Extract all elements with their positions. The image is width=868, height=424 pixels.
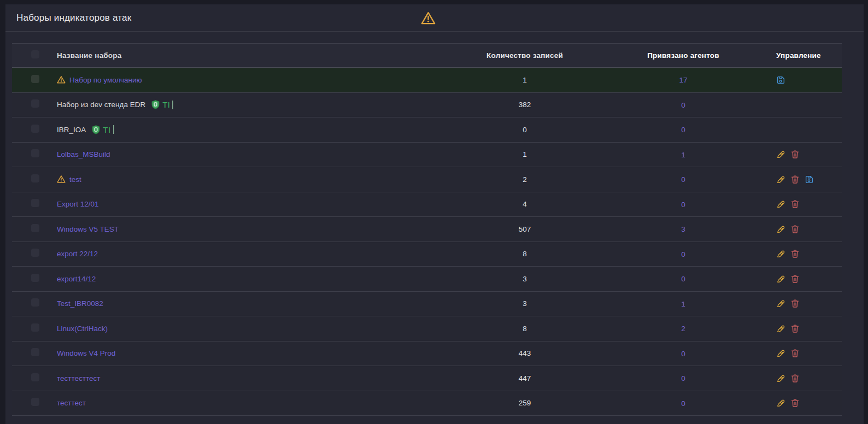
edit-pencil-icon[interactable] (776, 225, 785, 234)
agents-count-link[interactable]: 17 (679, 76, 687, 84)
indicator-sets-panel: Наборы индикаторов атак Название набора … (5, 4, 864, 424)
row-checkbox[interactable] (31, 249, 39, 257)
records-count: 507 (448, 225, 601, 233)
row-checkbox[interactable] (31, 174, 39, 182)
select-all-checkbox[interactable] (31, 50, 39, 58)
delete-trash-icon[interactable] (790, 150, 800, 159)
column-header-name[interactable]: Название набора (45, 51, 448, 60)
row-checkbox[interactable] (31, 199, 39, 207)
row-checkbox[interactable] (31, 398, 39, 406)
delete-trash-icon[interactable] (790, 299, 800, 308)
row-actions (765, 75, 842, 85)
edit-pencil-icon[interactable] (776, 150, 785, 159)
agents-cell: 0 (601, 349, 765, 358)
agents-count-link[interactable]: 0 (681, 175, 685, 184)
ti-label: TI (103, 125, 110, 134)
row-checkbox[interactable] (31, 373, 39, 381)
set-name-link[interactable]: test (69, 175, 81, 184)
records-count: 2 (448, 175, 601, 184)
set-name-link[interactable]: Набор по умолчанию (69, 76, 142, 84)
edit-pencil-icon[interactable] (776, 299, 785, 308)
agents-count-link[interactable]: 0 (681, 350, 685, 358)
edit-pencil-icon[interactable] (776, 398, 785, 408)
records-count: 447 (448, 374, 601, 382)
header-checkbox-cell (12, 50, 45, 61)
row-actions (765, 150, 842, 159)
edit-pencil-icon[interactable] (776, 249, 785, 258)
set-name-cell: IBR_IOA TI (45, 125, 448, 134)
set-name-cell: test (45, 175, 448, 184)
set-name-link[interactable]: Export 12/01 (57, 200, 99, 208)
row-checkbox[interactable] (31, 274, 39, 282)
set-name-link[interactable]: Windows V5 TEST (57, 225, 119, 233)
agents-count-link[interactable]: 0 (681, 374, 685, 382)
row-checkbox[interactable] (31, 224, 39, 232)
agents-cell: 3 (601, 224, 765, 234)
delete-trash-icon[interactable] (790, 324, 800, 333)
edit-pencil-icon[interactable] (776, 199, 785, 209)
agents-count-link[interactable]: 0 (681, 399, 685, 408)
agents-count-link[interactable]: 1 (681, 151, 685, 159)
delete-trash-icon[interactable] (790, 175, 800, 184)
set-name-link[interactable]: тесттест (57, 399, 86, 407)
edit-pencil-icon[interactable] (776, 324, 785, 333)
agents-cell: 0 (601, 174, 765, 184)
table-row: export 22/12 8 0 (12, 242, 842, 267)
edit-pencil-icon[interactable] (776, 175, 785, 184)
agents-count-link[interactable]: 1 (681, 300, 685, 308)
set-name-link[interactable]: Lolbas_MSBuild (57, 150, 110, 158)
agents-count-link[interactable]: 0 (681, 201, 685, 209)
row-checkbox-cell (12, 125, 45, 135)
row-actions (765, 249, 842, 258)
set-name-cell: Lolbas_MSBuild (45, 150, 448, 158)
row-checkbox-cell (12, 149, 45, 160)
column-header-agents[interactable]: Привязано агентов (601, 51, 765, 60)
records-count: 382 (448, 101, 601, 109)
set-name-link[interactable]: Test_IBR0082 (57, 299, 103, 308)
set-name-link[interactable]: Windows V4 Prod (57, 349, 115, 357)
agents-count-link[interactable]: 2 (681, 325, 685, 333)
agents-count-link[interactable]: 0 (681, 101, 685, 109)
set-name-cell: export 22/12 (45, 250, 448, 258)
edit-pencil-icon[interactable] (776, 374, 785, 383)
save-floppy-icon[interactable] (776, 75, 785, 85)
table-row: Набор по умолчанию 1 17 (12, 68, 842, 93)
agents-count-link[interactable]: 0 (681, 275, 685, 283)
row-checkbox[interactable] (31, 75, 39, 83)
page-title: Наборы индикаторов атак (5, 13, 131, 23)
set-name-link[interactable]: export 22/12 (57, 250, 98, 258)
agents-count-link[interactable]: 3 (681, 225, 685, 233)
records-count: 1 (448, 150, 601, 158)
ti-badge: TI (91, 125, 114, 134)
column-header-records[interactable]: Количество записей (448, 51, 601, 60)
row-checkbox[interactable] (31, 149, 39, 157)
delete-trash-icon[interactable] (790, 225, 800, 234)
set-name-cell: Test_IBR0082 (45, 299, 448, 308)
row-checkbox[interactable] (31, 348, 39, 356)
delete-trash-icon[interactable] (790, 199, 800, 209)
delete-trash-icon[interactable] (790, 374, 800, 383)
delete-trash-icon[interactable] (790, 398, 800, 408)
row-checkbox[interactable] (31, 125, 39, 133)
agents-cell: 0 (601, 274, 765, 284)
row-checkbox-cell (12, 224, 45, 234)
row-actions (765, 175, 842, 184)
row-checkbox[interactable] (31, 298, 39, 307)
records-count: 259 (448, 399, 601, 407)
agents-count-link[interactable]: 0 (681, 126, 685, 134)
agents-cell: 17 (601, 75, 765, 85)
row-checkbox[interactable] (31, 323, 39, 332)
edit-pencil-icon[interactable] (776, 274, 785, 284)
delete-trash-icon[interactable] (790, 249, 800, 258)
row-actions (765, 349, 842, 358)
row-checkbox[interactable] (31, 99, 39, 108)
delete-trash-icon[interactable] (790, 349, 800, 358)
column-header-management: Управление (765, 51, 842, 60)
save-floppy-icon[interactable] (805, 175, 814, 184)
agents-count-link[interactable]: 0 (681, 250, 685, 258)
edit-pencil-icon[interactable] (776, 349, 785, 358)
delete-trash-icon[interactable] (790, 274, 800, 284)
set-name-link[interactable]: тесттесттест (57, 374, 100, 382)
set-name-link[interactable]: export14/12 (57, 275, 96, 283)
set-name-link[interactable]: Linux(CtrlHack) (57, 325, 108, 333)
